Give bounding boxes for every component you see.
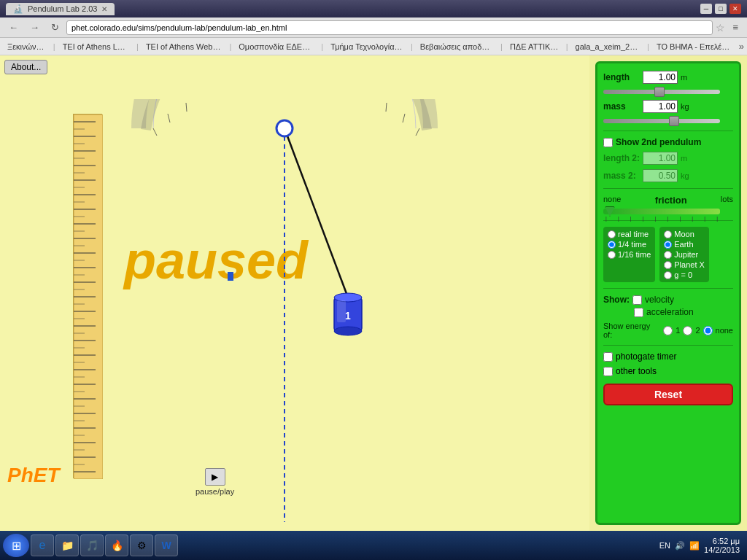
length-slider-track[interactable]	[603, 90, 720, 94]
time-label-1[interactable]: 1/4 time	[618, 240, 646, 249]
photogate-checkbox[interactable]	[603, 352, 613, 362]
friction-slider-container: | | | | | | | | | |	[603, 209, 733, 214]
length2-label: length 2:	[603, 153, 640, 163]
bookmark-star-button[interactable]: ☆	[716, 22, 725, 34]
start-button[interactable]: ⊞	[3, 534, 29, 557]
gravity-radio-3[interactable]	[664, 261, 672, 269]
taskbar-firefox-button[interactable]: 🔥	[105, 534, 128, 556]
friction-slider-thumb[interactable]	[605, 206, 615, 217]
svg-line-57	[285, 128, 350, 303]
time-label-2[interactable]: 1/16 time	[618, 250, 651, 259]
bookmark-5[interactable]: Βεβαιώσεις αποδοχ...	[416, 41, 498, 52]
other-tools-label[interactable]: other tools	[616, 366, 657, 376]
friction-labels: none friction lots	[603, 195, 733, 206]
friction-slider-track[interactable]: | | | | | | | | | |	[603, 209, 720, 214]
bookmarks-more-button[interactable]: »	[739, 41, 744, 52]
time-option-1[interactable]: 1/4 time	[608, 240, 651, 249]
gravity-label-0[interactable]: Moon	[674, 230, 694, 238]
bookmark-1[interactable]: TEI of Athens Login	[58, 41, 133, 52]
bookmark-2[interactable]: TEI of Athens Webm...	[142, 41, 227, 52]
velocity-checkbox[interactable]	[632, 295, 642, 305]
maximize-button[interactable]: □	[715, 4, 727, 14]
close-button[interactable]: ✕	[729, 4, 741, 14]
length2-row: length 2: m	[603, 152, 733, 165]
friction-center-label: friction	[655, 195, 687, 206]
time-label-0[interactable]: real time	[618, 230, 649, 238]
time-option-0[interactable]: real time	[608, 230, 651, 238]
pause-play-label: pause/play	[196, 487, 234, 496]
gravity-label-2[interactable]: Jupiter	[674, 250, 698, 259]
energy-radio-1[interactable]	[663, 326, 673, 335]
about-button[interactable]: About...	[4, 60, 47, 74]
show-2nd-checkbox[interactable]	[603, 138, 613, 147]
energy-label-none[interactable]: none	[716, 326, 733, 335]
gravity-radio-1[interactable]	[664, 241, 672, 249]
energy-label-1[interactable]: 1	[676, 326, 680, 335]
bookmark-4[interactable]: Τμήμα Τεχνολογίας ...	[326, 41, 408, 52]
reset-button[interactable]: Reset	[603, 384, 733, 405]
settings-icon: ⚙	[137, 540, 147, 551]
gravity-option-3[interactable]: Planet X	[664, 260, 705, 269]
title-bar-left: 🔬 Pendulum Lab 2.03 ✕	[6, 3, 115, 15]
gravity-label-1[interactable]: Earth	[674, 240, 693, 249]
gravity-option-0[interactable]: Moon	[664, 230, 705, 238]
friction-row: none friction lots | | | | |	[603, 195, 733, 214]
menu-button[interactable]: ≡	[728, 20, 743, 35]
taskbar-mediaplayer-button[interactable]: 🎵	[80, 534, 104, 556]
mass-slider-thumb[interactable]	[669, 116, 679, 126]
taskbar-settings-button[interactable]: ⚙	[130, 534, 153, 556]
minimize-button[interactable]: ─	[700, 4, 712, 14]
gravity-label-3[interactable]: Planet X	[674, 260, 705, 269]
navigation-bar: ← → ↻ ☆ ≡	[0, 18, 747, 38]
time-radio-0[interactable]	[608, 230, 616, 238]
tab-close-button[interactable]: ✕	[101, 5, 107, 13]
show-2nd-label[interactable]: Show 2nd pendulum	[616, 137, 701, 147]
taskbar-lang[interactable]: EN	[659, 541, 670, 550]
energy-radio-none[interactable]	[703, 326, 713, 335]
taskbar-explorer-button[interactable]: 📁	[55, 534, 79, 556]
taskbar-word-button[interactable]: W	[155, 534, 178, 556]
address-input[interactable]	[66, 20, 713, 35]
acceleration-label[interactable]: acceleration	[646, 307, 694, 317]
bookmark-6[interactable]: ΠΔΕ ΑΤΤΙΚΗΣ	[506, 41, 563, 52]
ie-icon: e	[39, 539, 46, 552]
svg-line-55	[416, 128, 419, 136]
browser-tab[interactable]: 🔬 Pendulum Lab 2.03 ✕	[6, 3, 115, 15]
taskbar-sys: EN 🔊 📶 6:52 μμ 14/2/2013	[655, 537, 744, 554]
divider-2	[603, 188, 733, 189]
reload-button[interactable]: ↻	[47, 20, 63, 35]
bookmark-sep-4: |	[411, 42, 413, 51]
other-tools-checkbox[interactable]	[603, 367, 613, 376]
time-radio-group: real time 1/4 time 1/16 time	[603, 227, 655, 282]
bookmark-7[interactable]: gala_a_xeim_2012	[571, 41, 645, 52]
velocity-label[interactable]: velocity	[645, 295, 674, 305]
energy-radio-2[interactable]	[683, 326, 692, 335]
bookmark-0[interactable]: Ξεκινώντας	[3, 41, 50, 52]
gravity-option-2[interactable]: Jupiter	[664, 250, 705, 259]
length-slider-thumb[interactable]	[654, 87, 665, 97]
gravity-option-4[interactable]: g = 0	[664, 271, 705, 279]
gravity-option-1[interactable]: Earth	[664, 240, 705, 249]
phet-logo: PhET	[7, 464, 60, 487]
time-radio-1[interactable]	[608, 241, 616, 249]
mass-input[interactable]	[643, 100, 678, 113]
gravity-radio-4[interactable]	[664, 271, 672, 279]
mass-slider-track[interactable]	[603, 119, 720, 123]
bookmark-3[interactable]: Ομοσπονδία ΕΔΕΤs...	[234, 41, 318, 52]
back-button[interactable]: ←	[4, 20, 23, 35]
gravity-label-4[interactable]: g = 0	[674, 271, 692, 279]
time-option-2[interactable]: 1/16 time	[608, 250, 651, 259]
bookmark-8[interactable]: ΤΟ ΒΗΜΑ - Επελέγη...	[652, 41, 738, 52]
bookmark-sep-3: |	[321, 42, 323, 51]
energy-label-2[interactable]: 2	[695, 326, 700, 335]
taskbar-ie-button[interactable]: e	[31, 534, 54, 556]
forward-button[interactable]: →	[26, 20, 44, 35]
photogate-label[interactable]: photogate timer	[616, 351, 676, 362]
title-bar: 🔬 Pendulum Lab 2.03 ✕ ─ □ ✕	[0, 0, 747, 18]
pause-play-button[interactable]: ▶	[205, 468, 225, 486]
length-input[interactable]	[643, 71, 678, 84]
gravity-radio-2[interactable]	[664, 251, 672, 259]
acceleration-checkbox[interactable]	[634, 308, 643, 317]
time-radio-2[interactable]	[608, 251, 616, 259]
gravity-radio-0[interactable]	[664, 230, 672, 238]
